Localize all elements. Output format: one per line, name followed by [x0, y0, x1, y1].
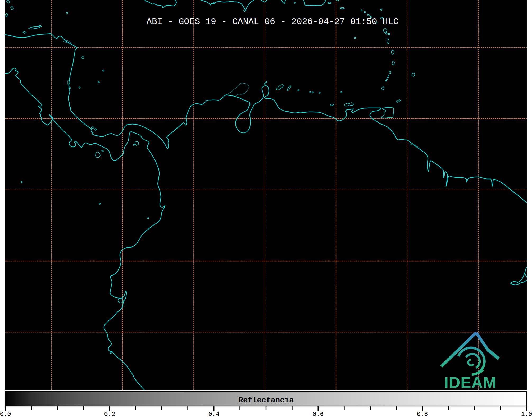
- svg-text:0.8: 0.8: [417, 411, 428, 417]
- svg-text:IDEAM: IDEAM: [444, 374, 497, 391]
- svg-text:0.2: 0.2: [104, 411, 115, 417]
- svg-text:Reflectancia: Reflectancia: [239, 396, 294, 405]
- svg-text:0.0: 0.0: [0, 411, 11, 417]
- svg-text:0.4: 0.4: [208, 411, 219, 417]
- svg-text:ABI - GOES 19 - CANAL 06 - 202: ABI - GOES 19 - CANAL 06 - 2026-04-27 01…: [146, 17, 398, 27]
- svg-text:1.0: 1.0: [521, 411, 532, 417]
- svg-text:0.6: 0.6: [313, 411, 324, 417]
